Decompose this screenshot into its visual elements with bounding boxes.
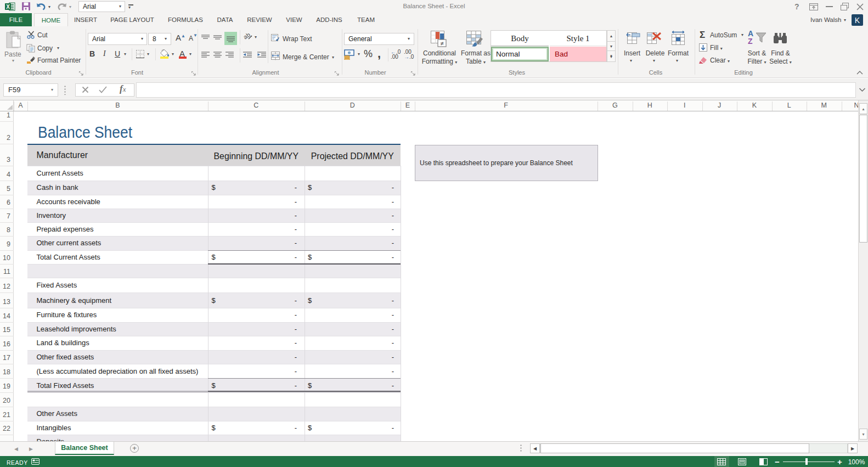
- svg-text:ab: ab: [244, 32, 251, 41]
- svg-text:X: X: [6, 4, 10, 10]
- svg-text:≠: ≠: [440, 40, 443, 47]
